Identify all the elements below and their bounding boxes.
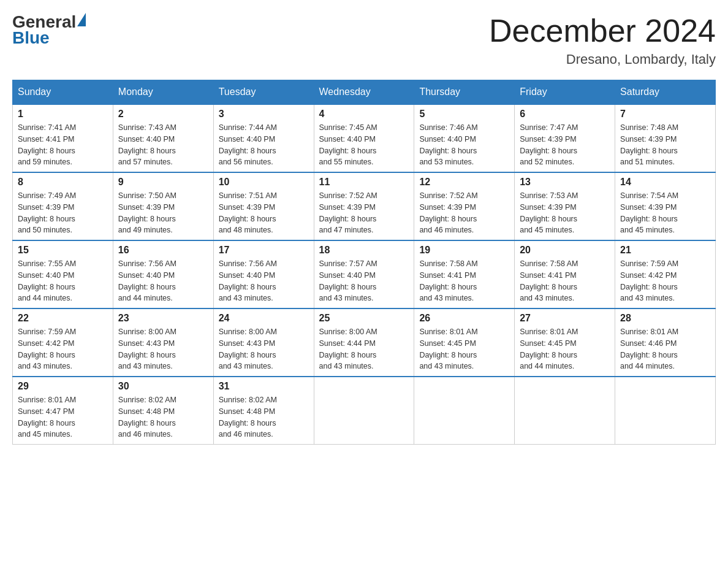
- day-info: Sunrise: 8:00 AMSunset: 4:44 PMDaylight:…: [319, 326, 409, 372]
- day-detail-line: Daylight: 8 hours: [319, 147, 377, 155]
- day-detail-line: and 43 minutes.: [520, 294, 574, 302]
- calendar-cell: [515, 377, 615, 445]
- day-info: Sunrise: 7:59 AMSunset: 4:42 PMDaylight:…: [620, 258, 710, 304]
- day-detail-line: Sunrise: 7:57 AM: [319, 259, 377, 268]
- day-detail-line: Sunset: 4:41 PM: [18, 135, 74, 144]
- day-info: Sunrise: 7:59 AMSunset: 4:42 PMDaylight:…: [18, 326, 108, 372]
- day-info: Sunrise: 8:01 AMSunset: 4:45 PMDaylight:…: [520, 326, 610, 372]
- day-detail-line: Sunrise: 7:56 AM: [118, 259, 176, 268]
- calendar-cell: 11Sunrise: 7:52 AMSunset: 4:39 PMDayligh…: [314, 172, 414, 240]
- day-detail-line: and 43 minutes.: [419, 362, 474, 370]
- day-detail-line: Sunrise: 7:56 AM: [219, 259, 277, 268]
- day-number: 12: [419, 177, 509, 188]
- day-detail-line: Daylight: 8 hours: [118, 215, 176, 223]
- day-detail-line: Sunset: 4:39 PM: [520, 135, 576, 144]
- logo: General Blue: [12, 12, 86, 48]
- day-detail-line: Sunset: 4:42 PM: [620, 271, 677, 280]
- day-detail-line: Sunrise: 7:48 AM: [620, 123, 678, 132]
- calendar-cell: 23Sunrise: 8:00 AMSunset: 4:43 PMDayligh…: [113, 308, 213, 377]
- day-detail-line: Daylight: 8 hours: [219, 215, 276, 223]
- day-detail-line: and 55 minutes.: [319, 158, 374, 166]
- calendar-cell: 4Sunrise: 7:45 AMSunset: 4:40 PMDaylight…: [314, 104, 414, 172]
- calendar-header-monday: Monday: [113, 80, 213, 105]
- calendar-cell: 7Sunrise: 7:48 AMSunset: 4:39 PMDaylight…: [615, 104, 716, 172]
- day-detail-line: Daylight: 8 hours: [520, 215, 577, 223]
- day-number: 14: [620, 177, 710, 188]
- day-number: 30: [118, 381, 208, 392]
- day-detail-line: Sunset: 4:40 PM: [319, 271, 376, 280]
- day-detail-line: Sunrise: 7:41 AM: [18, 123, 76, 132]
- day-detail-line: Daylight: 8 hours: [520, 283, 577, 291]
- day-detail-line: Sunset: 4:43 PM: [219, 339, 275, 348]
- calendar-cell: 29Sunrise: 8:01 AMSunset: 4:47 PMDayligh…: [13, 377, 113, 445]
- day-detail-line: Sunrise: 7:58 AM: [520, 259, 578, 268]
- calendar-cell: [615, 377, 716, 445]
- day-info: Sunrise: 7:46 AMSunset: 4:40 PMDaylight:…: [419, 122, 509, 168]
- day-detail-line: Daylight: 8 hours: [620, 283, 678, 291]
- day-number: 15: [18, 245, 108, 256]
- day-number: 18: [319, 245, 409, 256]
- day-info: Sunrise: 8:02 AMSunset: 4:48 PMDaylight:…: [118, 394, 208, 440]
- day-info: Sunrise: 7:58 AMSunset: 4:41 PMDaylight:…: [520, 258, 610, 304]
- day-detail-line: Sunrise: 7:58 AM: [419, 259, 477, 268]
- calendar-cell: 19Sunrise: 7:58 AMSunset: 4:41 PMDayligh…: [414, 240, 515, 308]
- day-number: 5: [419, 109, 509, 120]
- day-detail-line: Sunrise: 7:46 AM: [419, 123, 477, 132]
- day-detail-line: Sunset: 4:41 PM: [419, 271, 476, 280]
- calendar-cell: 2Sunrise: 7:43 AMSunset: 4:40 PMDaylight…: [113, 104, 213, 172]
- day-info: Sunrise: 7:57 AMSunset: 4:40 PMDaylight:…: [319, 258, 409, 304]
- calendar-header-thursday: Thursday: [414, 80, 515, 105]
- calendar-header-sunday: Sunday: [13, 80, 113, 105]
- day-detail-line: Sunrise: 8:01 AM: [620, 327, 678, 336]
- day-detail-line: and 43 minutes.: [219, 362, 273, 370]
- calendar-cell: 5Sunrise: 7:46 AMSunset: 4:40 PMDaylight…: [414, 104, 515, 172]
- logo-triangle-icon: [77, 13, 86, 26]
- day-info: Sunrise: 7:52 AMSunset: 4:39 PMDaylight:…: [419, 190, 509, 236]
- day-info: Sunrise: 7:52 AMSunset: 4:39 PMDaylight:…: [319, 190, 409, 236]
- day-info: Sunrise: 7:44 AMSunset: 4:40 PMDaylight:…: [219, 122, 309, 168]
- day-detail-line: and 50 minutes.: [18, 226, 72, 234]
- day-info: Sunrise: 7:54 AMSunset: 4:39 PMDaylight:…: [620, 190, 710, 236]
- day-detail-line: Sunset: 4:40 PM: [219, 271, 275, 280]
- day-detail-line: Sunset: 4:41 PM: [520, 271, 576, 280]
- day-detail-line: Sunrise: 8:02 AM: [118, 396, 176, 404]
- day-number: 2: [118, 109, 208, 120]
- day-detail-line: Sunrise: 7:45 AM: [319, 123, 377, 132]
- day-info: Sunrise: 7:49 AMSunset: 4:39 PMDaylight:…: [18, 190, 108, 236]
- day-detail-line: Daylight: 8 hours: [419, 147, 477, 155]
- calendar-week-3: 15Sunrise: 7:55 AMSunset: 4:40 PMDayligh…: [13, 240, 716, 308]
- day-info: Sunrise: 7:43 AMSunset: 4:40 PMDaylight:…: [118, 122, 208, 168]
- day-detail-line: Sunset: 4:39 PM: [118, 203, 175, 212]
- day-number: 28: [620, 313, 710, 324]
- day-number: 17: [219, 245, 309, 256]
- day-detail-line: Sunrise: 8:01 AM: [520, 327, 578, 336]
- day-detail-line: and 44 minutes.: [620, 362, 675, 370]
- day-detail-line: Daylight: 8 hours: [118, 283, 176, 291]
- day-number: 26: [419, 313, 509, 324]
- calendar-week-5: 29Sunrise: 8:01 AMSunset: 4:47 PMDayligh…: [13, 377, 716, 445]
- day-detail-line: Sunrise: 7:51 AM: [219, 191, 277, 200]
- day-info: Sunrise: 7:58 AMSunset: 4:41 PMDaylight:…: [419, 258, 509, 304]
- day-detail-line: Sunrise: 7:59 AM: [18, 327, 76, 336]
- day-number: 27: [520, 313, 610, 324]
- calendar-cell: 30Sunrise: 8:02 AMSunset: 4:48 PMDayligh…: [113, 377, 213, 445]
- day-detail-line: and 43 minutes.: [118, 362, 173, 370]
- calendar-cell: 8Sunrise: 7:49 AMSunset: 4:39 PMDaylight…: [13, 172, 113, 240]
- day-detail-line: Sunset: 4:39 PM: [520, 203, 576, 212]
- day-detail-line: Daylight: 8 hours: [520, 351, 577, 359]
- calendar-week-2: 8Sunrise: 7:49 AMSunset: 4:39 PMDaylight…: [13, 172, 716, 240]
- day-detail-line: Sunrise: 8:00 AM: [219, 327, 277, 336]
- day-detail-line: Sunset: 4:39 PM: [620, 135, 677, 144]
- location-text: Dresano, Lombardy, Italy: [489, 52, 716, 67]
- day-number: 6: [520, 109, 610, 120]
- day-detail-line: and 47 minutes.: [319, 226, 374, 234]
- day-number: 3: [219, 109, 309, 120]
- day-number: 10: [219, 177, 309, 188]
- day-detail-line: Sunset: 4:48 PM: [219, 407, 275, 416]
- calendar-cell: 24Sunrise: 8:00 AMSunset: 4:43 PMDayligh…: [213, 308, 314, 377]
- day-detail-line: Sunrise: 7:44 AM: [219, 123, 277, 132]
- day-info: Sunrise: 7:56 AMSunset: 4:40 PMDaylight:…: [219, 258, 309, 304]
- day-detail-line: Daylight: 8 hours: [219, 283, 276, 291]
- day-detail-line: Sunset: 4:39 PM: [319, 203, 376, 212]
- calendar-cell: [314, 377, 414, 445]
